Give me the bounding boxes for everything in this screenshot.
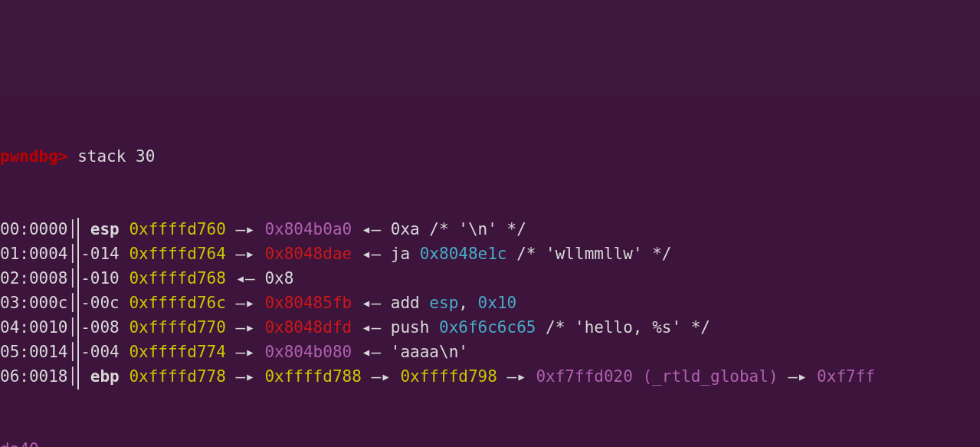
register-operand: esp — [429, 291, 458, 316]
stack-row: 02:0008│-010 0xffffd768 ◂— 0x8 — [0, 267, 980, 291]
string-value: 0xa /* '\n' */ — [381, 218, 526, 242]
symbol-name: (_rtld_global) — [643, 365, 778, 389]
row-offset: 06:0018 — [0, 365, 68, 389]
stack-row: 05:0014│-004 0xffffd774 —▸ 0x804b080 ◂— … — [0, 340, 980, 365]
row-offset: 01:0004 — [0, 242, 68, 267]
register-label: esp — [80, 218, 129, 242]
relative-offset: -008 — [80, 316, 129, 340]
back-arrow-icon: ◂— — [235, 267, 254, 291]
stack-rows: 00:0000│ esp 0xffffd760 —▸ 0x804b0a0 ◂— … — [0, 218, 980, 389]
divider: │ — [68, 316, 80, 340]
prompt: pwndbg> — [0, 145, 68, 169]
row-offset: 00:0000 — [0, 218, 68, 242]
arrow-icon: —▸ — [235, 316, 254, 340]
row-offset: 02:0008 — [0, 267, 68, 291]
arrow-icon: —▸ — [371, 365, 390, 389]
immediate-value: 0x6f6c6c65 — [439, 316, 536, 340]
arrow-icon: —▸ — [235, 365, 254, 389]
stack-row: 06:0018│ ebp 0xffffd778 —▸ 0xffffd788 —▸… — [0, 365, 980, 389]
row-offset: 04:0010 — [0, 316, 68, 340]
back-arrow-icon: ◂— — [362, 316, 381, 340]
string-value: /* 'hello, %s' */ — [536, 316, 710, 340]
divider: │ — [68, 242, 80, 267]
relative-offset: -004 — [80, 340, 129, 365]
string-value: 0x8 — [255, 267, 294, 291]
code-address: 0x8048dfd — [255, 316, 362, 340]
row-offset: 03:000c — [0, 291, 68, 316]
data-address: 0xf7ffd020 — [526, 365, 643, 389]
stack-row: 04:0010│-008 0xffffd770 —▸ 0x8048dfd ◂— … — [0, 316, 980, 340]
immediate-value: 0x10 — [478, 291, 517, 316]
back-arrow-icon: ◂— — [362, 218, 381, 242]
arrow-icon: —▸ — [235, 340, 254, 365]
instruction: ja — [381, 242, 420, 267]
prompt-line: pwndbg> stack 30 — [0, 145, 980, 169]
relative-offset: -010 — [80, 267, 129, 291]
divider: │ — [68, 340, 80, 365]
string-value: 'aaaa\n' — [381, 340, 468, 365]
terminal-output[interactable]: pwndbg> stack 30 00:0000│ esp 0xffffd760… — [0, 97, 980, 447]
string-value: /* 'wllmmllw' */ — [507, 242, 672, 267]
relative-offset: -00c — [80, 291, 129, 316]
pointer-address: 0xffffd788 — [255, 365, 372, 389]
stack-address: 0xffffd770 — [129, 316, 235, 340]
stack-address: 0xffffd764 — [129, 242, 235, 267]
arrow-icon: —▸ — [778, 365, 808, 389]
arrow-icon: —▸ — [235, 291, 254, 316]
stack-row: 00:0000│ esp 0xffffd760 —▸ 0x804b0a0 ◂— … — [0, 218, 980, 242]
divider: │ — [68, 365, 80, 389]
code-address: 0x8048dae — [255, 242, 362, 267]
continuation-line: da40 ◂— ... — [0, 438, 980, 447]
immediate-value: 0x8048e1c — [420, 242, 507, 267]
comma: , — [458, 291, 477, 316]
data-address: 0xf7ff — [807, 365, 875, 389]
divider: │ — [68, 267, 80, 291]
arrow-icon: —▸ — [235, 218, 254, 242]
data-address: 0x804b080 — [255, 340, 362, 365]
command-text: stack 30 — [77, 145, 155, 169]
code-address: 0x80485fb — [255, 291, 362, 316]
stack-address: 0xffffd774 — [129, 340, 235, 365]
register-label: ebp — [80, 365, 129, 389]
continuation-addr: da40 — [0, 438, 39, 447]
data-address: 0x804b0a0 — [255, 218, 362, 242]
relative-offset: -014 — [80, 242, 129, 267]
pointer-address: 0xffffd798 — [391, 365, 507, 389]
arrow-icon: —▸ — [235, 242, 254, 267]
row-offset: 05:0014 — [0, 340, 68, 365]
divider: │ — [68, 218, 80, 242]
back-arrow-icon: ◂— — [39, 438, 68, 447]
instruction: push — [381, 316, 439, 340]
stack-row: 03:000c│-00c 0xffffd76c —▸ 0x80485fb ◂— … — [0, 291, 980, 316]
stack-row: 01:0004│-014 0xffffd764 —▸ 0x8048dae ◂— … — [0, 242, 980, 267]
stack-address: 0xffffd760 — [129, 218, 235, 242]
stack-address: 0xffffd778 — [129, 365, 235, 389]
stack-address: 0xffffd76c — [129, 291, 235, 316]
stack-address: 0xffffd768 — [129, 267, 235, 291]
instruction: add — [381, 291, 429, 316]
ellipsis: ... — [68, 438, 107, 447]
back-arrow-icon: ◂— — [362, 242, 381, 267]
divider: │ — [68, 291, 80, 316]
arrow-icon: —▸ — [507, 365, 526, 389]
back-arrow-icon: ◂— — [362, 291, 381, 316]
back-arrow-icon: ◂— — [362, 340, 381, 365]
